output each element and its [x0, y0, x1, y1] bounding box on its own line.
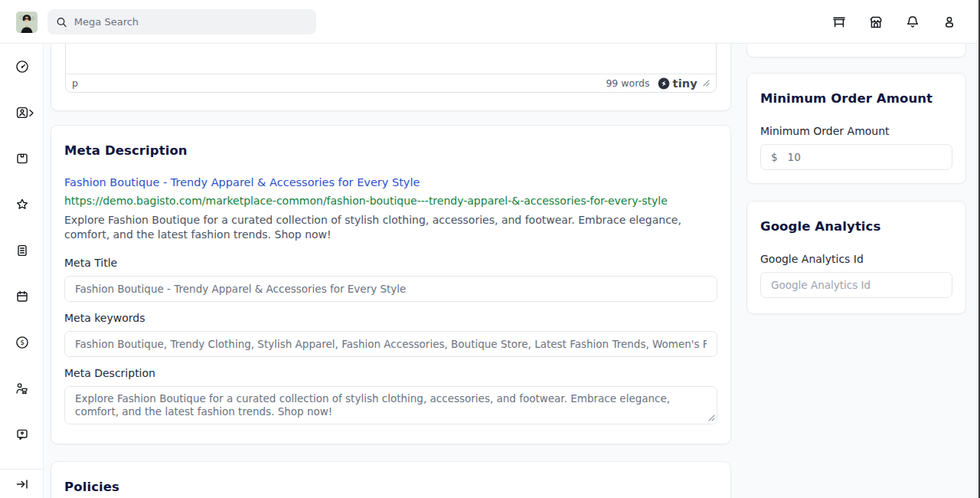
- meta-title-label: Meta Title: [64, 257, 717, 269]
- meta-keywords-input[interactable]: [64, 331, 717, 357]
- svg-text:$: $: [20, 339, 24, 346]
- meta-description-card: Meta Description Fashion Boutique - Tren…: [51, 125, 731, 444]
- meta-keywords-label: Meta keywords: [64, 312, 717, 324]
- minimum-order-input-group: $: [760, 144, 952, 170]
- content-area: p 99 words tiny: [44, 44, 980, 498]
- main-column: p 99 words tiny: [51, 44, 731, 498]
- mega-search: [47, 9, 316, 34]
- sidebar-item-bookings[interactable]: [0, 274, 44, 319]
- sidebar-collapse[interactable]: [0, 469, 44, 498]
- minimum-order-input[interactable]: [788, 151, 942, 163]
- payments-dollar-icon: $: [15, 336, 29, 349]
- sidebar: $: [0, 44, 44, 498]
- calendar-icon: [15, 290, 29, 303]
- user-icon: [942, 15, 957, 30]
- review-chat-icon: [15, 428, 29, 441]
- account-card-icon: [15, 106, 29, 120]
- policies-card-title: Policies: [64, 480, 717, 494]
- tinymce-wordmark: tiny: [673, 77, 697, 90]
- chevron-right-icon: [28, 106, 34, 120]
- right-column: Minimum Order Amount Minimum Order Amoun…: [746, 44, 966, 498]
- google-analytics-card: Google Analytics Google Analytics Id: [746, 201, 966, 314]
- google-analytics-title: Google Analytics: [760, 219, 952, 234]
- minimum-order-card: Minimum Order Amount Minimum Order Amoun…: [746, 73, 966, 184]
- avatar-illustration: [16, 11, 38, 33]
- sidebar-item-reviews[interactable]: [0, 182, 44, 228]
- google-analytics-label: Google Analytics Id: [760, 253, 952, 265]
- editor-statusbar: p 99 words tiny: [66, 74, 716, 92]
- star-icon: [15, 198, 29, 211]
- pos-desk-icon: [831, 15, 847, 30]
- pos-desk-button[interactable]: [825, 8, 853, 36]
- minimum-order-title: Minimum Order Amount: [760, 91, 952, 106]
- sidebar-item-payments[interactable]: $: [0, 319, 44, 365]
- minimum-order-label: Minimum Order Amount: [760, 125, 952, 137]
- sidebar-item-feedback[interactable]: [0, 411, 44, 457]
- policies-card: Policies: [51, 461, 731, 498]
- sidebar-item-catalog[interactable]: [0, 136, 44, 182]
- storefront-icon: [868, 15, 884, 30]
- meta-description-label: Meta Description: [64, 367, 717, 379]
- logout-icon: [16, 479, 28, 490]
- google-analytics-input[interactable]: [760, 272, 952, 298]
- currency-symbol: $: [771, 151, 778, 163]
- account-button[interactable]: [936, 8, 963, 36]
- scrolled-card-remnant: [746, 44, 966, 57]
- package-icon: [15, 152, 29, 165]
- user-avatar[interactable]: [16, 11, 38, 33]
- top-bar: [0, 0, 980, 44]
- sidebar-item-account[interactable]: [0, 90, 44, 136]
- editor-element-path[interactable]: p: [72, 77, 78, 89]
- search-icon: [56, 16, 67, 28]
- storefront-button[interactable]: [862, 8, 890, 36]
- sidebar-item-dashboard[interactable]: [0, 44, 44, 90]
- search-input[interactable]: [74, 16, 308, 28]
- customer-cart-icon: [15, 382, 29, 396]
- sidebar-item-orders[interactable]: [0, 228, 44, 274]
- top-actions: [825, 8, 963, 36]
- seo-preview-description: Explore Fashion Boutique for a curated c…: [64, 213, 717, 242]
- meta-description-textarea-wrap: Explore Fashion Boutique for a curated c…: [64, 386, 717, 424]
- bell-icon: [905, 15, 920, 30]
- tinymce-logo-icon: [658, 77, 670, 90]
- resize-grip-icon[interactable]: [703, 80, 710, 87]
- meta-description-textarea[interactable]: Explore Fashion Boutique for a curated c…: [64, 386, 717, 424]
- notifications-button[interactable]: [899, 8, 926, 36]
- word-count[interactable]: 99 words: [606, 77, 649, 89]
- description-card: p 99 words tiny: [51, 44, 731, 111]
- rich-text-editor[interactable]: p 99 words tiny: [65, 44, 717, 93]
- seo-preview-url: https://demo.bagisto.com/marketplace-com…: [64, 195, 717, 207]
- seo-preview-title: Fashion Boutique - Trendy Apparel & Acce…: [64, 176, 717, 188]
- sidebar-item-customers[interactable]: [0, 365, 44, 411]
- dashboard-icon: [15, 60, 29, 74]
- orders-document-icon: [15, 244, 29, 257]
- tinymce-branding[interactable]: tiny: [658, 77, 697, 90]
- meta-title-input[interactable]: [64, 276, 717, 302]
- meta-card-title: Meta Description: [64, 143, 717, 158]
